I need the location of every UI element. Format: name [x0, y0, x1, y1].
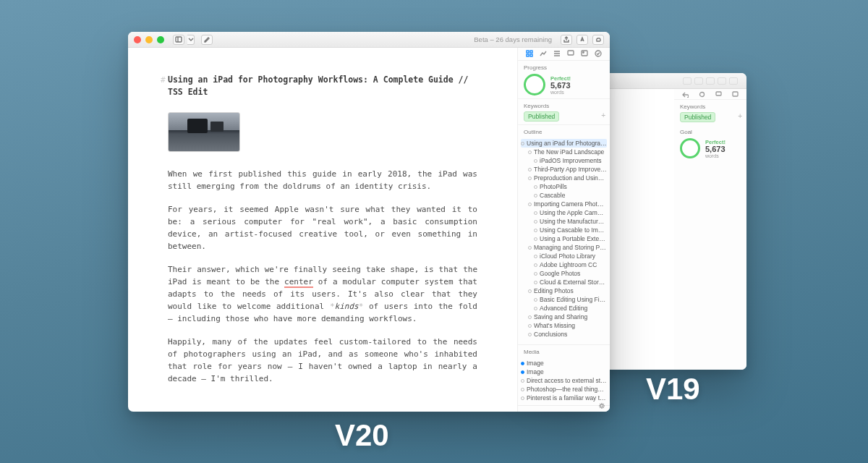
outline-item[interactable]: Editing Photos: [521, 286, 607, 295]
tab-list[interactable]: [553, 50, 561, 59]
attachment-icon[interactable]: [699, 91, 705, 98]
version-label-v19: V19: [646, 372, 700, 407]
outline-item[interactable]: Using the Apple Camera Adapt…: [521, 208, 607, 217]
window-v20: Beta – 26 days remaining # Using an iPad…: [128, 32, 610, 412]
svg-point-14: [583, 51, 584, 53]
paragraph: Happily, many of the updates feel custom…: [168, 336, 477, 385]
minimize-button[interactable]: [145, 36, 153, 43]
traffic-lights: [134, 36, 164, 43]
media-item[interactable]: Image: [521, 359, 607, 368]
svg-point-0: [700, 92, 705, 96]
document-title: Using an iPad for Photography Workflows:…: [168, 74, 477, 99]
progress-ring: [524, 74, 545, 95]
tab-image[interactable]: [581, 50, 588, 59]
beta-label: Beta – 26 days remaining: [474, 35, 552, 43]
add-keyword-button[interactable]: +: [601, 111, 605, 119]
tab-dashboard[interactable]: [526, 50, 533, 59]
chevron-down-icon[interactable]: [187, 35, 195, 45]
outline-item[interactable]: Importing Camera Photos on an i…: [521, 200, 607, 208]
outline-item[interactable]: Using the Manufacturer-Specifi…: [521, 217, 607, 226]
toolbar-button[interactable]: [683, 77, 692, 85]
sidebar-toggle-button[interactable]: [173, 35, 184, 45]
comment-icon[interactable]: [715, 91, 722, 98]
outline-item[interactable]: Basic Editing Using Filter Apps: [521, 295, 607, 304]
svg-rect-1: [716, 92, 721, 95]
gear-icon[interactable]: [598, 402, 605, 409]
sidebar-v20: Progress Perfect! 5,673 words Keywords P…: [517, 48, 610, 412]
word-count: 5,673: [550, 82, 571, 90]
version-label-v20: V20: [335, 418, 389, 453]
media-item[interactable]: Direct access to external storage is…: [521, 376, 607, 385]
outline-item[interactable]: The New iPad Landscape: [521, 148, 607, 156]
word-count-unit: words: [705, 153, 726, 158]
keywords-label: Keywords: [680, 103, 741, 110]
sidebar-v19: Keywords Published + Goal Perfect! 5,673…: [674, 89, 746, 370]
image-icon[interactable]: [732, 91, 739, 98]
goal-label: Goal: [680, 129, 741, 135]
keyword-tag[interactable]: Published: [680, 112, 715, 122]
svg-rect-3: [176, 37, 182, 42]
outline-item[interactable]: Google Photos: [521, 269, 607, 278]
tab-comment[interactable]: [567, 50, 574, 59]
spell-marked-word: center: [284, 277, 313, 288]
editor-pane[interactable]: # Using an iPad for Photography Workflow…: [128, 48, 517, 412]
svg-rect-6: [530, 51, 532, 53]
article-image-thumbnail[interactable]: [168, 112, 240, 152]
outline-item[interactable]: iCloud Photo Library: [521, 252, 607, 260]
progress-label: Progress: [524, 64, 604, 71]
svg-rect-7: [527, 54, 529, 56]
outline-item[interactable]: Using a Portable External Drive: [521, 234, 607, 243]
outline-item[interactable]: Saving and Sharing: [521, 313, 607, 321]
media-item[interactable]: Photoshop—the real thing—storme…: [521, 385, 607, 394]
outline-item[interactable]: Advanced Editing: [521, 304, 607, 313]
zoom-button[interactable]: [157, 36, 164, 43]
svg-rect-5: [527, 51, 529, 53]
cloud-icon[interactable]: [592, 35, 604, 45]
outline-item[interactable]: Using an iPad for Photography Wor…: [521, 139, 607, 148]
tab-check[interactable]: [595, 50, 602, 59]
keywords-label: Keywords: [524, 103, 604, 109]
outline-item[interactable]: Adobe Lightroom CC: [521, 260, 607, 269]
paragraph: When we first published this guide in ea…: [168, 168, 477, 192]
toolbar-button[interactable]: [729, 77, 738, 85]
paragraph: For years, it seemed Apple wasn't sure w…: [168, 203, 477, 252]
outline-item[interactable]: Cascable: [521, 191, 607, 200]
toolbar-button[interactable]: [718, 77, 726, 85]
typography-button[interactable]: [576, 35, 588, 45]
paragraph: Their answer, which we're finally seeing…: [168, 263, 477, 325]
outline-item[interactable]: Preproduction and Using an iPad…: [521, 174, 607, 182]
toolbar-button[interactable]: [706, 77, 715, 85]
word-count: 5,673: [705, 145, 726, 153]
titlebar-v20: Beta – 26 days remaining: [128, 32, 610, 48]
undo-icon[interactable]: [682, 91, 689, 98]
media-item[interactable]: Pinterest is a familiar way to create…: [521, 394, 607, 402]
progress-ring: [680, 138, 700, 158]
svg-rect-13: [582, 51, 587, 56]
outline-item[interactable]: Third-Party App Improvements: [521, 165, 607, 174]
outline-item[interactable]: Managing and Storing Photos: [521, 243, 607, 252]
outline-label: Outline: [524, 129, 604, 135]
outline-item[interactable]: PhotoPills: [521, 182, 607, 191]
share-button[interactable]: [561, 35, 572, 45]
svg-rect-12: [568, 51, 574, 55]
add-keyword-button[interactable]: +: [738, 112, 742, 120]
outline-item[interactable]: What's Missing: [521, 321, 607, 330]
outline-item[interactable]: Cloud & External Storage: [521, 278, 607, 286]
outline-list: Using an iPad for Photography Wor…The Ne…: [518, 139, 610, 344]
media-list: ImageImageDirect access to external stor…: [518, 359, 610, 405]
svg-rect-8: [530, 54, 532, 56]
sidebar-tabs: [518, 48, 610, 61]
toolbar-button[interactable]: [694, 77, 703, 85]
heading-marker: #: [161, 74, 166, 86]
keyword-tag[interactable]: Published: [524, 111, 559, 122]
outline-item[interactable]: Using Cascable to Import Wirel…: [521, 226, 607, 234]
outline-item[interactable]: iPadOS Improvements: [521, 156, 607, 165]
media-item[interactable]: Image: [521, 368, 607, 376]
close-button[interactable]: [134, 36, 141, 43]
svg-rect-2: [733, 92, 738, 96]
outline-item[interactable]: Conclusions: [521, 330, 607, 339]
compose-button[interactable]: [201, 35, 213, 45]
media-label: Media: [524, 349, 604, 355]
sidebar-toolbar-row: [674, 89, 746, 100]
tab-stats[interactable]: [540, 50, 547, 59]
